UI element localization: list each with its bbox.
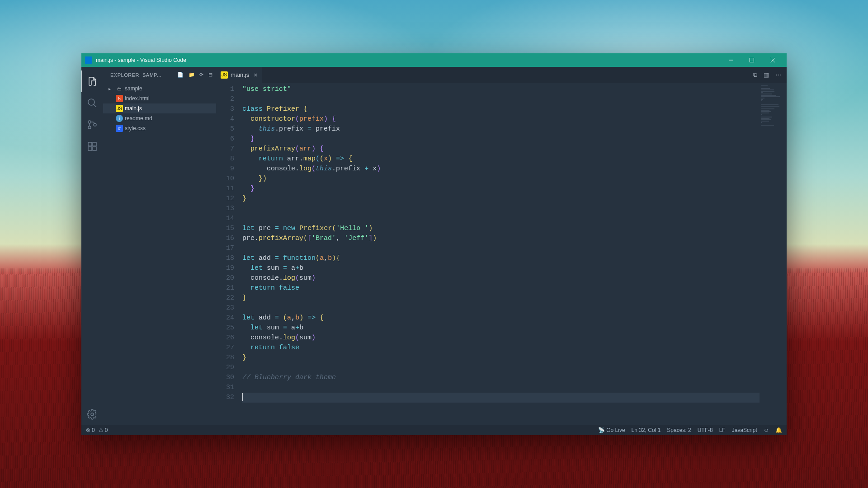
warning-icon: ⚠ bbox=[99, 427, 104, 433]
minimize-button[interactable] bbox=[721, 53, 741, 67]
minimap[interactable] bbox=[760, 83, 787, 425]
file-label: style.css bbox=[125, 125, 146, 131]
svg-rect-10 bbox=[93, 142, 96, 146]
svg-line-5 bbox=[94, 104, 96, 107]
explorer-icon[interactable] bbox=[81, 70, 103, 92]
file-label: main.js bbox=[125, 105, 142, 112]
collapse-icon[interactable]: ⊟ bbox=[208, 72, 213, 78]
settings-gear-icon[interactable] bbox=[81, 404, 103, 425]
code-content[interactable]: "use strict"class Prefixer { constructor… bbox=[242, 83, 760, 425]
notifications-icon[interactable]: 🔔 bbox=[775, 427, 782, 433]
explorer-sidebar: EXPLORER: SAMP... 📄 📁 ⟳ ⊟ ▸ 🗀 sample 5 i… bbox=[103, 67, 216, 425]
titlebar[interactable]: main.js - sample - Visual Studio Code bbox=[81, 53, 787, 67]
svg-point-13 bbox=[91, 413, 94, 416]
activity-bar bbox=[81, 67, 103, 425]
tree-file-css[interactable]: # style.css bbox=[103, 123, 216, 133]
js-file-icon: JS bbox=[116, 105, 123, 112]
tab-close-icon[interactable]: × bbox=[254, 71, 257, 79]
tab-label: main.js bbox=[231, 71, 249, 78]
explorer-header: EXPLORER: SAMP... 📄 📁 ⟳ ⊟ bbox=[103, 67, 216, 83]
svg-rect-9 bbox=[88, 142, 92, 146]
cursor-position[interactable]: Ln 32, Col 1 bbox=[632, 427, 661, 433]
status-bar: ⊗ 0 ⚠ 0 📡 Go Live Ln 32, Col 1 Spaces: 2… bbox=[81, 425, 787, 435]
go-live-button[interactable]: 📡 Go Live bbox=[598, 427, 625, 433]
more-actions-icon[interactable]: ⋯ bbox=[775, 71, 781, 78]
file-tree: ▸ 🗀 sample 5 index.html JS main.js i rea… bbox=[103, 83, 216, 134]
new-file-icon[interactable]: 📄 bbox=[177, 72, 184, 78]
language-mode[interactable]: JavaScript bbox=[732, 427, 757, 433]
svg-point-7 bbox=[88, 126, 91, 129]
extensions-icon[interactable] bbox=[81, 136, 103, 157]
folder-label: sample bbox=[125, 85, 142, 92]
tab-main-js[interactable]: JS main.js × bbox=[216, 67, 262, 83]
error-icon: ⊗ bbox=[86, 427, 90, 433]
split-editor-icon[interactable]: ⧉ bbox=[753, 71, 757, 79]
line-gutter: 1234567891011121314151617181920212223242… bbox=[216, 83, 242, 425]
maximize-button[interactable] bbox=[741, 53, 762, 67]
html-file-icon: 5 bbox=[116, 95, 123, 102]
tree-file-js[interactable]: JS main.js bbox=[103, 103, 216, 113]
broadcast-icon: 📡 bbox=[598, 427, 605, 433]
folder-icon: 🗀 bbox=[116, 85, 123, 92]
css-file-icon: # bbox=[116, 125, 123, 132]
tree-file-md[interactable]: i readme.md bbox=[103, 113, 216, 123]
errors-count[interactable]: ⊗ 0 bbox=[86, 427, 95, 433]
editor-tabs: JS main.js × ⧉ ▥ ⋯ bbox=[216, 67, 787, 83]
new-folder-icon[interactable]: 📁 bbox=[189, 72, 195, 78]
warnings-count[interactable]: ⚠ 0 bbox=[99, 427, 108, 433]
md-file-icon: i bbox=[116, 115, 123, 122]
refresh-icon[interactable]: ⟳ bbox=[199, 72, 204, 78]
svg-rect-11 bbox=[88, 147, 92, 150]
svg-point-6 bbox=[88, 121, 91, 123]
editor-area: JS main.js × ⧉ ▥ ⋯ 123456789101112131415… bbox=[216, 67, 787, 425]
svg-rect-12 bbox=[93, 147, 96, 150]
js-file-icon: JS bbox=[221, 71, 228, 79]
eol[interactable]: LF bbox=[719, 427, 726, 433]
svg-point-4 bbox=[88, 99, 94, 105]
code-editor[interactable]: 1234567891011121314151617181920212223242… bbox=[216, 83, 787, 425]
vscode-icon bbox=[85, 56, 92, 64]
tree-file-html[interactable]: 5 index.html bbox=[103, 94, 216, 103]
toggle-layout-icon[interactable]: ▥ bbox=[764, 71, 769, 78]
indentation[interactable]: Spaces: 2 bbox=[667, 427, 691, 433]
encoding[interactable]: UTF-8 bbox=[698, 427, 713, 433]
svg-rect-1 bbox=[750, 58, 754, 62]
source-control-icon[interactable] bbox=[81, 114, 103, 136]
file-label: index.html bbox=[125, 95, 150, 102]
svg-point-8 bbox=[94, 123, 96, 126]
close-button[interactable] bbox=[762, 53, 783, 67]
window-title: main.js - sample - Visual Studio Code bbox=[96, 57, 721, 63]
tree-folder-root[interactable]: ▸ 🗀 sample bbox=[103, 84, 216, 94]
file-label: readme.md bbox=[125, 115, 152, 122]
search-icon[interactable] bbox=[81, 92, 103, 114]
explorer-title: EXPLORER: SAMP... bbox=[110, 72, 177, 78]
vscode-window: main.js - sample - Visual Studio Code bbox=[81, 53, 787, 435]
feedback-icon[interactable]: ☺ bbox=[764, 427, 769, 433]
chevron-right-icon: ▸ bbox=[108, 86, 114, 91]
